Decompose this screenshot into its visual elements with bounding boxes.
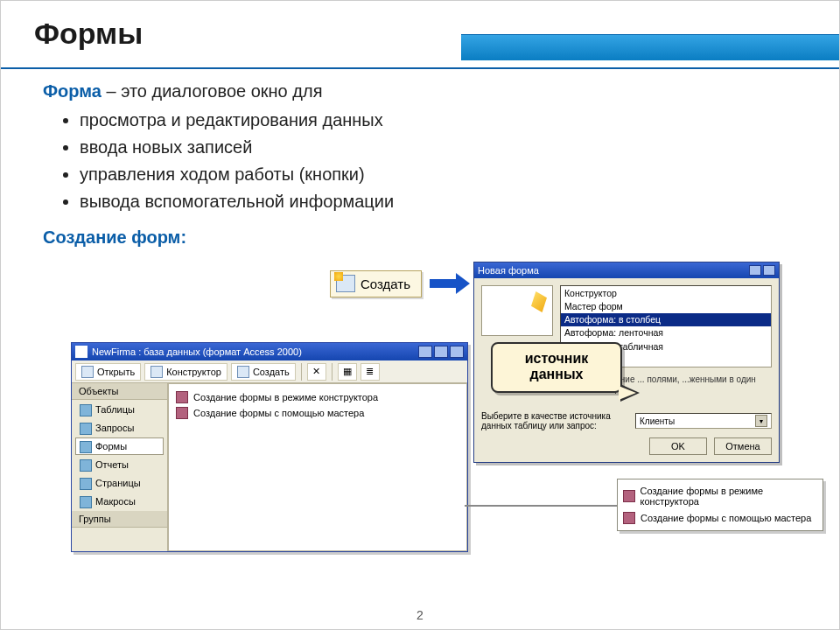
maximize-icon[interactable] [434,346,448,358]
help-icon[interactable] [749,265,761,276]
list-item[interactable]: Создание формы в режиме конструктора [176,389,459,405]
list-item-label: Создание формы в режиме конструктора [640,486,817,507]
create-sparkle-icon [336,275,355,292]
sidebar-item-reports[interactable]: Отчеты [75,456,164,473]
slide-title-band: Формы [1,1,839,69]
list-option[interactable]: Автоформа: ленточная [561,326,771,340]
arrow-icon [430,276,470,290]
definition-line: Форма – это диалоговое окно для [43,81,806,102]
cancel-button[interactable]: Отмена [714,438,772,455]
form-wizard-icon [623,512,635,524]
design-button[interactable]: Конструктор [144,363,228,381]
form-creation-callout: Создание формы в режиме конструктора Соз… [617,479,823,531]
create-icon [237,366,249,378]
bullet-item: ввода новых записей [80,134,806,161]
source-callout-bubble: источник данных [491,342,622,393]
definition-tail: – это диалоговое окно для [102,81,323,101]
bullet-item: просмотра и редактирования данных [80,107,806,134]
list-item[interactable]: Создание формы в режиме конструктора [623,483,817,509]
callout-connector-line [465,505,619,507]
open-label: Открыть [97,367,135,377]
close-icon[interactable] [763,265,775,276]
db-title: NewFirma : база данных (формат Access 20… [92,346,302,357]
list-item-label: Создание формы в режиме конструктора [193,392,378,402]
list-item[interactable]: Создание формы с помощью мастера [176,405,459,421]
view-large-icon[interactable]: ▦ [338,363,357,381]
db-title-bar: NewFirma : база данных (формат Access 20… [72,343,467,360]
toolbar-create-button[interactable]: Создать [231,363,296,381]
create-button[interactable]: Создать [330,270,422,298]
source-combo[interactable]: Клиенты ▾ [635,413,772,429]
toolbar-separator [301,363,302,381]
source-label: Выберите в качестве источника данных таб… [481,411,630,430]
close-icon[interactable] [450,346,464,358]
sidebar-item-queries[interactable]: Запросы [75,419,164,437]
design-label: Конструктор [166,367,221,377]
title-accent-bar [461,34,839,60]
view-list-icon[interactable]: ≣ [360,363,380,381]
ok-button[interactable]: OK [649,438,707,455]
delete-button[interactable]: ✕ [307,363,326,381]
slide-content: Форма – это диалоговое окно для просмотр… [1,69,839,248]
bubble-line2: данных [498,367,615,382]
design-icon [150,366,163,378]
chevron-down-icon[interactable]: ▾ [755,415,767,427]
list-item[interactable]: Создание формы с помощью мастера [623,509,817,527]
source-value: Клиенты [640,416,675,426]
sidebar-item-forms[interactable]: Формы [75,438,164,455]
app-icon [75,346,88,358]
bullet-item: управления ходом работы (кнопки) [80,161,806,188]
sidebar-item-macros[interactable]: Макросы [75,493,164,510]
sidebar-header-groups: Группы [72,511,167,528]
form-wizard-icon [623,490,635,502]
object-sidebar: Объекты Таблицы Запросы Формы Отчеты Стр… [72,383,168,551]
open-icon [81,366,94,378]
form-list: Создание формы в режиме конструктора Соз… [168,383,467,551]
list-option[interactable]: Конструктор [561,287,771,300]
create-button-label: Создать [360,276,410,291]
bullet-item: вывода вспомогательной информации [80,188,806,215]
list-item-label: Создание формы с помощью мастера [640,513,811,523]
form-preview-icon [481,285,553,336]
sidebar-item-tables[interactable]: Таблицы [75,401,164,418]
page-number: 2 [416,608,424,622]
list-option-selected[interactable]: Автоформа: в столбец [561,313,771,326]
form-wizard-icon [176,391,188,403]
database-window: NewFirma : база данных (формат Access 20… [71,342,468,552]
bubble-line1: источник [498,351,615,367]
toolbar-separator [332,363,332,381]
list-option[interactable]: Мастер форм [561,300,771,313]
create-forms-heading: Создание форм: [43,228,806,248]
dialog-title: Новая форма [478,265,539,276]
list-item-label: Создание формы с помощью мастера [193,408,364,418]
dialog-title-bar: Новая форма [474,262,779,278]
window-control-buttons [418,346,464,358]
sidebar-header-objects: Объекты [72,383,167,400]
term-highlight: Форма [43,81,102,101]
create-label: Создать [253,367,290,377]
sidebar-item-pages[interactable]: Страницы [75,474,164,492]
db-toolbar: Открыть Конструктор Создать ✕ ▦ ≣ [72,360,467,383]
definition-bullets: просмотра и редактирования данных ввода … [43,107,806,215]
open-button[interactable]: Открыть [75,363,141,381]
minimize-icon[interactable] [418,346,432,358]
form-wizard-icon [176,407,188,419]
